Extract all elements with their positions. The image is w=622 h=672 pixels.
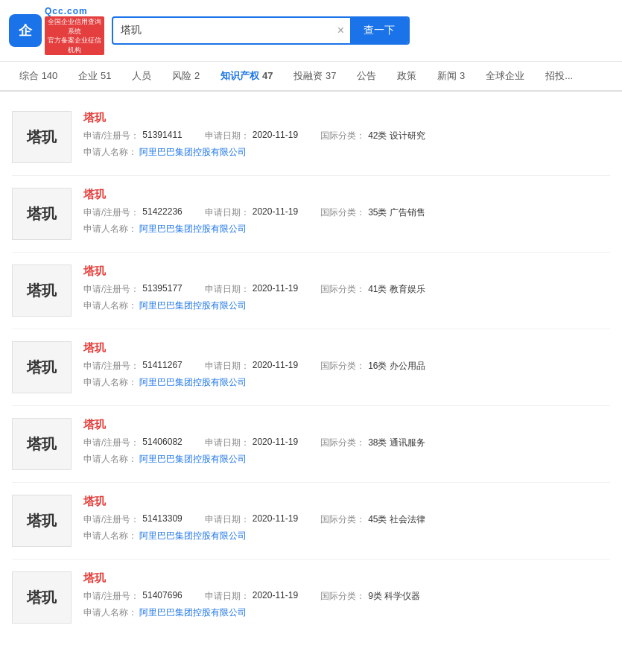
result-item-7: 塔玑 塔玑 申请/注册号： 51407696 申请日期： 2020-11-19 …: [12, 560, 610, 635]
trademark-logo-4: 塔玑: [12, 341, 72, 393]
tab-touronzi[interactable]: 投融资 37: [283, 62, 346, 90]
result-info-5: 塔玑 申请/注册号： 51406082 申请日期： 2020-11-19 国际分…: [83, 418, 610, 466]
trademark-logo-1: 塔玑: [12, 111, 72, 163]
reg-no-item-7: 申请/注册号： 51407696: [83, 590, 183, 603]
result-meta-7: 申请/注册号： 51407696 申请日期： 2020-11-19 国际分类： …: [83, 590, 610, 603]
result-item-6: 塔玑 塔玑 申请/注册号： 51413309 申请日期： 2020-11-19 …: [12, 483, 610, 560]
search-button[interactable]: 查一下: [350, 18, 408, 43]
result-title-5[interactable]: 塔玑: [83, 418, 610, 432]
trademark-logo-7: 塔玑: [12, 571, 72, 624]
result-title-3[interactable]: 塔玑: [83, 264, 610, 279]
result-info-3: 塔玑 申请/注册号： 51395177 申请日期： 2020-11-19 国际分…: [83, 264, 610, 312]
logo-icon: 企: [9, 14, 42, 47]
logo-slogan: 全国企业信用查询系统 官方备案企业征信机构: [45, 16, 104, 55]
applicant-row-2: 申请人名称： 阿里巴巴集团控股有限公司: [83, 223, 610, 235]
result-title-6[interactable]: 塔玑: [83, 495, 610, 509]
logo-text: Qcc.com 全国企业信用查询系统 官方备案企业征信机构: [45, 6, 104, 55]
result-info-7: 塔玑 申请/注册号： 51407696 申请日期： 2020-11-19 国际分…: [83, 571, 610, 619]
results-list: 塔玑 塔玑 申请/注册号： 51391411 申请日期： 2020-11-19 …: [0, 92, 622, 643]
applicant-row-3: 申请人名称： 阿里巴巴集团控股有限公司: [83, 299, 610, 312]
applicant-link-7[interactable]: 阿里巴巴集团控股有限公司: [139, 607, 247, 618]
result-info-4: 塔玑 申请/注册号： 51411267 申请日期： 2020-11-19 国际分…: [83, 341, 610, 389]
tab-zhengce[interactable]: 政策: [387, 62, 427, 90]
date-item-6: 申请日期： 2020-11-19: [205, 513, 298, 526]
logo: 企 Qcc.com 全国企业信用查询系统 官方备案企业征信机构: [9, 6, 104, 55]
applicant-link-5[interactable]: 阿里巴巴集团控股有限公司: [139, 454, 247, 464]
trademark-logo-2: 塔玑: [12, 188, 72, 240]
trademark-logo-5: 塔玑: [12, 418, 72, 470]
nav-tabs: 综合 140 企业 51 人员 风险 2 知识产权 47 投融资 37 公告 政…: [0, 62, 622, 92]
class-item-4: 国际分类： 16类 办公用品: [320, 360, 425, 373]
result-title-7[interactable]: 塔玑: [83, 571, 610, 586]
date-item-5: 申请日期： 2020-11-19: [205, 437, 298, 449]
applicant-link-6[interactable]: 阿里巴巴集团控股有限公司: [139, 530, 247, 541]
tab-quanqiu[interactable]: 全球企业: [475, 62, 535, 90]
applicant-row-1: 申请人名称： 阿里巴巴集团控股有限公司: [83, 146, 610, 159]
result-item-5: 塔玑 塔玑 申请/注册号： 51406082 申请日期： 2020-11-19 …: [12, 406, 610, 483]
applicant-link-2[interactable]: 阿里巴巴集团控股有限公司: [139, 224, 247, 234]
tab-qiye[interactable]: 企业 51: [68, 62, 121, 90]
result-meta-6: 申请/注册号： 51413309 申请日期： 2020-11-19 国际分类： …: [83, 513, 610, 526]
date-item-2: 申请日期： 2020-11-19: [205, 206, 298, 219]
applicant-link-3[interactable]: 阿里巴巴集团控股有限公司: [139, 300, 247, 311]
search-input[interactable]: [113, 20, 331, 41]
result-info-6: 塔玑 申请/注册号： 51413309 申请日期： 2020-11-19 国际分…: [83, 495, 610, 542]
date-item-1: 申请日期： 2020-11-19: [205, 130, 298, 142]
trademark-logo-6: 塔玑: [12, 495, 72, 547]
result-info-2: 塔玑 申请/注册号： 51422236 申请日期： 2020-11-19 国际分…: [83, 188, 610, 235]
result-meta-4: 申请/注册号： 51411267 申请日期： 2020-11-19 国际分类： …: [83, 360, 610, 373]
reg-no-item-4: 申请/注册号： 51411267: [83, 360, 183, 373]
reg-no-item-3: 申请/注册号： 51395177: [83, 283, 183, 296]
tab-renyuan[interactable]: 人员: [121, 62, 162, 90]
result-title-4[interactable]: 塔玑: [83, 341, 610, 355]
result-meta-5: 申请/注册号： 51406082 申请日期： 2020-11-19 国际分类： …: [83, 437, 610, 449]
class-item-5: 国际分类： 38类 通讯服务: [320, 437, 425, 449]
class-item-2: 国际分类： 35类 广告销售: [320, 206, 425, 219]
search-clear-icon[interactable]: ×: [331, 21, 350, 40]
result-item-2: 塔玑 塔玑 申请/注册号： 51422236 申请日期： 2020-11-19 …: [12, 176, 610, 253]
class-item-1: 国际分类： 42类 设计研究: [320, 130, 425, 142]
result-info-1: 塔玑 申请/注册号： 51391411 申请日期： 2020-11-19 国际分…: [83, 111, 610, 159]
reg-no-item-1: 申请/注册号： 51391411: [83, 130, 183, 142]
date-item-3: 申请日期： 2020-11-19: [205, 283, 298, 296]
result-item-3: 塔玑 塔玑 申请/注册号： 51395177 申请日期： 2020-11-19 …: [12, 253, 610, 329]
tab-zhishi[interactable]: 知识产权 47: [210, 62, 283, 90]
applicant-row-5: 申请人名称： 阿里巴巴集团控股有限公司: [83, 453, 610, 466]
applicant-link-4[interactable]: 阿里巴巴集团控股有限公司: [139, 377, 247, 387]
tab-fengxian[interactable]: 风险 2: [162, 62, 210, 90]
class-item-7: 国际分类： 9类 科学仪器: [320, 590, 420, 603]
applicant-row-6: 申请人名称： 阿里巴巴集团控股有限公司: [83, 530, 610, 542]
trademark-logo-3: 塔玑: [12, 264, 72, 317]
logo-qcc-text: Qcc.com: [45, 6, 104, 16]
result-meta-3: 申请/注册号： 51395177 申请日期： 2020-11-19 国际分类： …: [83, 283, 610, 296]
applicant-row-4: 申请人名称： 阿里巴巴集团控股有限公司: [83, 376, 610, 389]
tab-zhaotou[interactable]: 招投...: [535, 62, 583, 90]
header: 企 Qcc.com 全国企业信用查询系统 官方备案企业征信机构 × 查一下: [0, 0, 622, 62]
class-item-6: 国际分类： 45类 社会法律: [320, 513, 425, 526]
result-title-2[interactable]: 塔玑: [83, 188, 610, 202]
reg-no-item-6: 申请/注册号： 51413309: [83, 513, 183, 526]
applicant-row-7: 申请人名称： 阿里巴巴集团控股有限公司: [83, 606, 610, 619]
search-bar: × 查一下: [112, 16, 410, 45]
date-item-4: 申请日期： 2020-11-19: [205, 360, 298, 373]
result-meta-1: 申请/注册号： 51391411 申请日期： 2020-11-19 国际分类： …: [83, 130, 610, 142]
tab-gonggao[interactable]: 公告: [346, 62, 387, 90]
tab-xinwen[interactable]: 新闻 3: [427, 62, 475, 90]
date-item-7: 申请日期： 2020-11-19: [205, 590, 298, 603]
result-item-4: 塔玑 塔玑 申请/注册号： 51411267 申请日期： 2020-11-19 …: [12, 329, 610, 406]
reg-no-item-5: 申请/注册号： 51406082: [83, 437, 183, 449]
result-meta-2: 申请/注册号： 51422236 申请日期： 2020-11-19 国际分类： …: [83, 206, 610, 219]
result-item-1: 塔玑 塔玑 申请/注册号： 51391411 申请日期： 2020-11-19 …: [12, 99, 610, 176]
result-title-1[interactable]: 塔玑: [83, 111, 610, 125]
class-item-3: 国际分类： 41类 教育娱乐: [320, 283, 425, 296]
reg-no-item-2: 申请/注册号： 51422236: [83, 206, 183, 219]
tab-zonghe[interactable]: 综合 140: [9, 62, 68, 90]
applicant-link-1[interactable]: 阿里巴巴集团控股有限公司: [139, 147, 247, 157]
